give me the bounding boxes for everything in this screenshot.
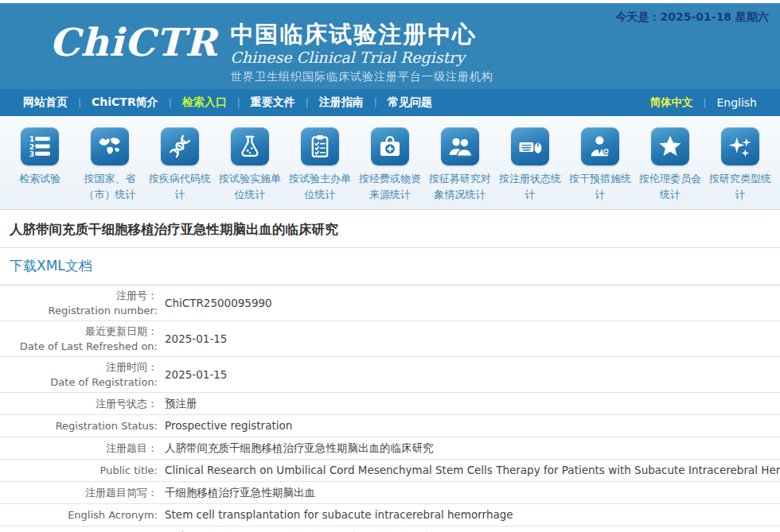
row-label-en: Date of Registration: — [0, 375, 158, 390]
toolbar-item-by-funding-source[interactable]: 按经费或物资来源统计 — [355, 127, 425, 204]
download-xml-link[interactable]: 下载XML文档 — [10, 258, 92, 274]
today-date: 今天是：2025-01-18 星期六 — [616, 10, 769, 25]
row-label-en: Public title: — [0, 463, 158, 478]
toolbar-item-by-study-type[interactable]: 按研究类型统计 — [705, 127, 775, 204]
main-nav: 网站首页 | ChiCTR简介 | 检索入口 | 重要文件 | 注册指南 | 常… — [0, 89, 780, 116]
who-registry-subtitle: 世界卫生组织国际临床试验注册平台一级注册机构 — [231, 70, 493, 84]
toolbar-item-by-country-province[interactable]: 按国家、省（市）统计 — [75, 127, 145, 204]
numbered-list-icon: 1 2 3 — [26, 133, 53, 160]
dna-icon — [166, 133, 193, 160]
row-value: 2025-01-15 — [158, 367, 780, 382]
site-header: 今天是：2025-01-18 星期六 ChiCTR 中国临床试验注册中心 Chi… — [0, 3, 780, 89]
nav-item-important-documents[interactable]: 重要文件 — [240, 95, 306, 110]
table-row-registration-number: 注册号： Registration number: ChiCTR25000959… — [0, 285, 780, 321]
trial-title: 人脐带间充质干细胞移植治疗亚急性期脑出血的临床研究 — [0, 210, 780, 248]
table-row-acronym-zh: 注册题目简写： 干细胞移植治疗亚急性期脑出血 — [0, 482, 780, 504]
toolbar-item-by-disease-code[interactable]: 按疾病代码统计 — [145, 127, 215, 204]
toolbar-item-by-sponsor-institution[interactable]: 按试验主办单位统计 — [285, 127, 355, 204]
row-label-en: Registration number: — [0, 303, 158, 318]
row-value: Prospective registration — [158, 418, 780, 433]
toolbar-item-by-implementing-institution[interactable]: 按试验实施单位统计 — [215, 127, 285, 204]
statistics-toolbar: 1 2 3 检索试验 按国家、省（市）统计 — [0, 116, 780, 210]
row-label-zh: 注册号状态： — [0, 396, 158, 411]
flask-icon — [236, 133, 263, 160]
site-titles: 中国临床试验注册中心 Chinese Clinical Trial Regist… — [230, 19, 477, 67]
table-row-registration-status-zh: 注册号状态： 预注册 — [0, 393, 780, 415]
keyboard-mouse-icon — [517, 133, 544, 160]
row-label-en: Registration Status: — [0, 418, 158, 433]
download-row: 下载XML文档 — [0, 248, 780, 285]
nav-item-search-entry[interactable]: 检索入口 — [172, 95, 237, 110]
row-label-zh: 注册时间： — [0, 359, 158, 375]
language-switcher: 简体中文 | English — [639, 95, 767, 110]
lang-simplified-chinese[interactable]: 简体中文 — [639, 95, 703, 110]
table-row-public-title-en: Public title: Clinical Research on Umbil… — [0, 460, 780, 482]
toolbar-item-by-ethics-committee[interactable]: 按伦理委员会统计 — [635, 127, 705, 204]
row-label-en: Date of Last Refreshed on: — [0, 339, 158, 354]
registration-detail-table: 注册号： Registration number: ChiCTR25000959… — [0, 285, 780, 532]
row-label-zh: 最近更新日期： — [0, 324, 158, 339]
svg-text:3: 3 — [29, 150, 34, 158]
logo-block: ChiCTR 中国临床试验注册中心 Chinese Clinical Trial… — [49, 19, 477, 67]
row-label-zh: 注册号： — [0, 288, 158, 303]
table-row-registration-status-en: Registration Status: Prospective registr… — [0, 415, 780, 437]
row-value: Clinical Research on Umbilical Cord Mese… — [158, 463, 780, 478]
toolbar-item-by-registration-status[interactable]: 按注册状态统计 — [495, 127, 565, 204]
medical-bag-icon — [376, 133, 404, 160]
row-value: Stem cell transplantation for subacute i… — [158, 507, 780, 522]
table-row-scientific-title-zh: 研究课题的正式科学名称： 人脐带间充质干细胞移植治疗亚急性期脑出血的临床研究 — [0, 526, 780, 532]
nav-item-about[interactable]: ChiCTR简介 — [81, 95, 169, 110]
nav-item-home[interactable]: 网站首页 — [13, 95, 78, 110]
people-icon — [447, 133, 474, 160]
row-value: ChiCTR2500095990 — [158, 296, 780, 311]
site-title-en: Chinese Clinical Trial Registry — [230, 48, 477, 67]
lang-english[interactable]: English — [706, 96, 767, 109]
table-row-date-of-registration: 注册时间： Date of Registration: 2025-01-15 — [0, 357, 780, 393]
doctor-icon — [587, 133, 614, 160]
nav-item-registration-guide[interactable]: 注册指南 — [309, 95, 374, 110]
row-value: 预注册 — [158, 396, 780, 411]
row-label-zh: 注册题目简写： — [0, 485, 158, 500]
row-value: 干细胞移植治疗亚急性期脑出血 — [158, 485, 780, 500]
nav-item-faq[interactable]: 常见问题 — [377, 95, 443, 110]
table-row-acronym-en: English Acronym: Stem cell transplantati… — [0, 504, 780, 526]
world-map-icon — [96, 133, 123, 160]
table-row-last-refreshed: 最近更新日期： Date of Last Refreshed on: 2025-… — [0, 321, 780, 357]
row-value: 2025-01-15 — [158, 332, 780, 347]
toolbar-item-search-trials[interactable]: 1 2 3 检索试验 — [5, 127, 75, 204]
toolbar-item-by-intervention[interactable]: 按干预措施统计 — [565, 127, 635, 204]
trial-detail-page: 人脐带间充质干细胞移植治疗亚急性期脑出血的临床研究 下载XML文档 注册号： R… — [0, 210, 780, 532]
table-row-public-title-zh: 注册题目： 人脐带间充质干细胞移植治疗亚急性期脑出血的临床研究 — [0, 437, 780, 460]
star-icon — [657, 133, 684, 160]
clipboard-icon — [306, 133, 333, 160]
site-title-zh: 中国临床试验注册中心 — [230, 21, 477, 48]
row-value: 人脐带间充质干细胞移植治疗亚急性期脑出血的临床研究 — [158, 441, 780, 456]
chictr-logo[interactable]: ChiCTR — [49, 19, 217, 65]
row-label-en: English Acronym: — [0, 507, 158, 522]
toolbar-item-by-recruitment-status[interactable]: 按征募研究对象情况统计 — [425, 127, 495, 204]
sparkles-icon — [727, 133, 754, 160]
row-label-zh: 注册题目： — [0, 441, 158, 456]
